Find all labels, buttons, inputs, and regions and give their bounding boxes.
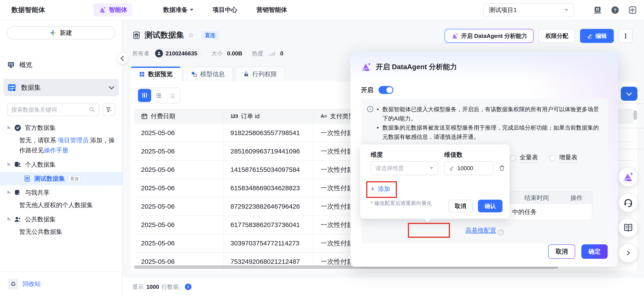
tab-model-info[interactable]: 模型信息 bbox=[183, 66, 233, 81]
top-icon-group: ? 中 bbox=[593, 0, 637, 20]
filter-button[interactable] bbox=[102, 103, 115, 116]
nav-tab-agent-label: 智能体 bbox=[109, 6, 127, 14]
rows-icon bbox=[169, 92, 176, 99]
tree-group-official[interactable]: 官方数据集 bbox=[0, 121, 122, 134]
size-value: 0.00B bbox=[227, 50, 242, 57]
popup-confirm-button[interactable]: 确认 bbox=[478, 200, 502, 212]
enable-label: 开启 bbox=[361, 86, 373, 94]
task-col-action: 操作 bbox=[570, 194, 583, 202]
svg-text:?: ? bbox=[614, 7, 616, 13]
enable-toggle[interactable] bbox=[378, 86, 394, 94]
dimension-config-popup: 维度 维值数 请选择维度 + 添加 * 修改配置后请重新向量化 取消 确认 bbox=[360, 144, 510, 219]
divider bbox=[618, 103, 644, 104]
top-navigation: 数据智能体 智能体 数据准备 项目中心 营销智能体 测试项目1 ? 中 bbox=[0, 0, 644, 20]
expand-chevron-button[interactable] bbox=[618, 244, 638, 263]
manual-link[interactable]: 操作手册 bbox=[44, 147, 68, 154]
notice-line: 数据智能体已接入大模型服务，开启后，有该数据集权限的所有用户可以体验更多场景下的… bbox=[377, 105, 600, 123]
sidebar-item-dataset-label: 数据集 bbox=[21, 83, 41, 92]
open-dataagent-button[interactable]: 开启 DataAgent 分析能力 bbox=[445, 29, 534, 43]
project-selector[interactable]: 测试项目1 bbox=[483, 3, 574, 17]
more-actions-button[interactable]: ⋮ bbox=[618, 29, 632, 43]
columns-icon bbox=[141, 92, 148, 99]
sidebar-item-overview[interactable]: 概览 bbox=[0, 57, 122, 73]
tree-expand-icon[interactable] bbox=[6, 217, 11, 222]
table-cell: 2025-05-06 bbox=[134, 216, 224, 234]
new-button[interactable]: 新建 bbox=[6, 26, 115, 39]
public-dataset-icon bbox=[14, 216, 22, 223]
device-settings-icon[interactable] bbox=[593, 6, 602, 14]
sidebar-item-dataset[interactable]: 数据集 bbox=[4, 79, 119, 96]
table-cell: 9182258063557798541 bbox=[224, 124, 314, 142]
sidebar-collapse-button[interactable] bbox=[116, 52, 128, 64]
text-type-icon: A≡ bbox=[321, 113, 327, 119]
language-icon[interactable]: 中 bbox=[628, 6, 637, 14]
compact-view-button[interactable] bbox=[166, 89, 179, 102]
tree-expand-icon[interactable] bbox=[6, 125, 11, 130]
add-dimension-link[interactable]: + 添加 bbox=[371, 185, 390, 193]
vertical-scrollbar-thumb[interactable] bbox=[634, 110, 637, 120]
tab-data-preview[interactable]: 数据预览 bbox=[130, 66, 181, 81]
official-empty-hint: 暂无，请联系 项目管理员 添加，操作路径见操作手册 bbox=[0, 134, 122, 158]
high-dim-config-link[interactable]: 高基维配置 bbox=[466, 227, 496, 234]
direct-connect-badge: 直连 bbox=[68, 175, 80, 182]
collapse-panel-button[interactable] bbox=[621, 87, 638, 101]
lock-icon bbox=[243, 71, 249, 77]
dimension-select-placeholder: 请选择维度 bbox=[376, 164, 404, 172]
dimension-select[interactable]: 请选择维度 bbox=[371, 161, 438, 175]
info-icon[interactable]: i bbox=[185, 284, 192, 290]
permission-assign-button[interactable]: 权限分配 bbox=[538, 29, 575, 43]
tree-group-shared-label: 与我共享 bbox=[25, 189, 50, 197]
nav-tab-data-prep-label: 数据准备 bbox=[163, 6, 188, 14]
radio-incremental-table[interactable]: 增量表 bbox=[549, 153, 578, 163]
nav-tab-data-prep[interactable]: 数据准备 bbox=[163, 6, 194, 14]
trash-icon[interactable] bbox=[498, 165, 505, 171]
monitor-icon bbox=[7, 61, 15, 69]
number-type-icon: 123 bbox=[230, 113, 238, 119]
info-circle-icon: i bbox=[367, 106, 373, 112]
radio-full-table[interactable]: 全量表 bbox=[510, 153, 538, 163]
project-admin-link[interactable]: 项目管理员 bbox=[58, 137, 88, 144]
chevron-right-icon bbox=[625, 250, 631, 256]
sidebar-item-overview-label: 概览 bbox=[19, 60, 32, 69]
question-icon[interactable]: ? bbox=[498, 230, 504, 235]
radio-icon bbox=[549, 155, 556, 161]
column-header-pay-date[interactable]: 付费日期 bbox=[134, 109, 224, 124]
tree-group-personal-label: 个人数据集 bbox=[25, 160, 56, 169]
favorite-star-icon[interactable]: ☆ bbox=[188, 31, 194, 39]
tree-item-test-dataset[interactable]: 测试数据集 直连 bbox=[0, 172, 122, 185]
table-cell: 2025-05-06 bbox=[134, 161, 224, 179]
shared-empty-hint: 暂无他人授权的个人数据集 bbox=[0, 199, 122, 213]
tree-expand-icon[interactable] bbox=[6, 190, 11, 195]
modal-cancel-button[interactable]: 取消 bbox=[548, 244, 575, 259]
recycle-bin-item[interactable]: ♻ 回收站 bbox=[0, 272, 122, 296]
dataset-search-input[interactable] bbox=[12, 106, 89, 113]
dimension-count-input[interactable] bbox=[457, 165, 484, 172]
tab-row-col-permission[interactable]: 行列权限 bbox=[235, 66, 285, 81]
modal-ok-button[interactable]: 确定 bbox=[581, 244, 608, 259]
nav-tab-marketing-agent[interactable]: 营销智能体 bbox=[256, 6, 287, 14]
project-selector-value: 测试项目1 bbox=[489, 6, 517, 14]
edit-button[interactable]: 编辑 bbox=[580, 29, 614, 43]
tree-group-personal[interactable]: 个人数据集 bbox=[0, 158, 122, 171]
table-cell: 3039703754772114273 bbox=[224, 234, 314, 252]
chevron-down-icon bbox=[565, 9, 568, 13]
nav-tab-project-center-label: 项目中心 bbox=[213, 6, 237, 14]
agent-mountain-icon bbox=[361, 62, 372, 72]
headset-icon bbox=[624, 198, 633, 208]
column-view-button[interactable] bbox=[138, 89, 151, 102]
nav-tab-agent[interactable]: 智能体 bbox=[94, 3, 132, 16]
divider bbox=[618, 149, 644, 149]
help-icon[interactable]: ? bbox=[611, 6, 620, 14]
ai-assistant-button[interactable] bbox=[618, 167, 638, 187]
tree-expand-icon[interactable] bbox=[6, 162, 11, 167]
docs-book-button[interactable] bbox=[618, 218, 638, 237]
nav-tab-project-center[interactable]: 项目中心 bbox=[213, 6, 237, 14]
tab-data-preview-label: 数据预览 bbox=[148, 70, 172, 78]
popup-cancel-button[interactable]: 取消 bbox=[448, 200, 473, 212]
tree-group-public[interactable]: 公共数据集 bbox=[0, 213, 122, 226]
column-header-order-id[interactable]: 123 订单 id bbox=[224, 109, 314, 124]
table-cell: 2025-05-06 bbox=[134, 142, 224, 160]
tree-group-shared[interactable]: 与我共享 bbox=[0, 186, 122, 199]
list-view-button[interactable] bbox=[152, 89, 165, 102]
support-headset-button[interactable] bbox=[618, 193, 638, 212]
